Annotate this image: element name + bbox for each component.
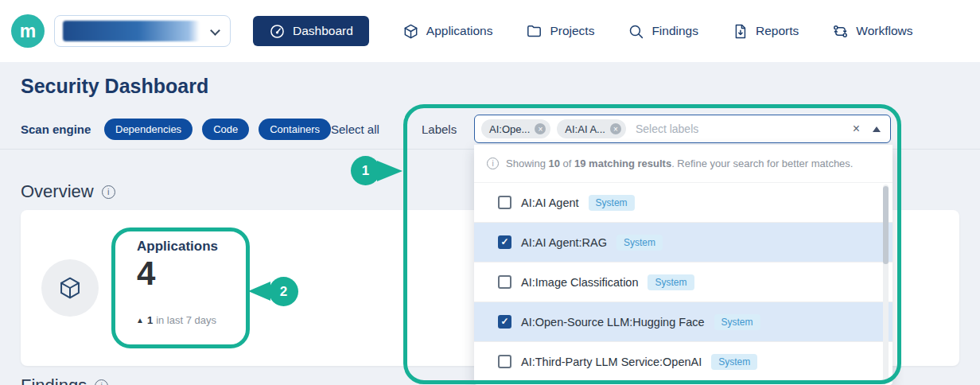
caret-up-icon[interactable]	[873, 126, 881, 132]
nav-item-dashboard[interactable]: Dashboard	[253, 16, 369, 46]
checkbox-checked[interactable]	[498, 315, 511, 329]
checkbox-unchecked[interactable]	[498, 196, 511, 209]
arrow-up-icon: ▲	[136, 316, 144, 325]
nav-item-projects[interactable]: Projects	[526, 23, 594, 40]
stat-value: 4	[137, 255, 155, 293]
label-chip-text: AI:AI A...	[565, 123, 605, 135]
stat-delta: ▲ 1 in last 7 days	[136, 314, 216, 326]
org-selector-dropdown[interactable]	[54, 15, 231, 47]
nav-label: Findings	[651, 24, 698, 38]
search-icon	[628, 23, 644, 40]
option-label: AI:Open-Source LLM:Hugging Face	[521, 316, 705, 329]
stat-title: Applications	[137, 239, 218, 255]
delta-value: 1	[147, 314, 153, 326]
nav-label: Workflows	[856, 24, 912, 38]
page-title: Security Dashboard	[21, 75, 208, 98]
report-document-icon	[732, 23, 749, 40]
pill-containers[interactable]: Containers	[259, 119, 331, 140]
findings-heading-text: Findings	[21, 375, 87, 385]
labels-dropdown-panel: Showing 10 of 19 matching results. Refin…	[474, 145, 892, 385]
nav-item-workflows[interactable]: Workflows	[832, 23, 912, 40]
nav-label: Dashboard	[293, 24, 353, 38]
pill-dependencies[interactable]: Dependencies	[104, 119, 192, 140]
scan-engine-pills: Dependencies Code Containers	[104, 119, 331, 140]
checkbox-unchecked[interactable]	[498, 355, 511, 368]
chevron-down-icon	[210, 25, 220, 36]
system-badge: System	[711, 354, 757, 370]
nav-label: Projects	[550, 24, 594, 38]
chip-remove-icon[interactable]: ×	[610, 123, 621, 134]
label-option[interactable]: AI:AI Agent:RAG System	[474, 223, 892, 262]
workflows-icon	[832, 23, 849, 40]
nav-label: Reports	[756, 24, 799, 38]
label-chip[interactable]: AI:AI A... ×	[557, 119, 626, 138]
delta-text: in last 7 days	[156, 314, 216, 326]
system-badge: System	[648, 274, 694, 290]
results-summary: Showing 10 of 19 matching results. Refin…	[474, 145, 892, 183]
select-all-link[interactable]: Select all	[331, 122, 379, 136]
label-option[interactable]: AI:Image Classification System	[474, 262, 892, 302]
label-option[interactable]: AI:Third-Party LLM Service:OpenAI System	[474, 342, 892, 382]
label-chip-text: AI:Ope...	[489, 123, 530, 135]
checkbox-checked[interactable]	[498, 235, 511, 249]
org-name-redacted	[63, 21, 200, 41]
checkbox-unchecked[interactable]	[498, 275, 511, 289]
label-option[interactable]: AI:AI Agent System	[474, 183, 892, 223]
nav-item-reports[interactable]: Reports	[732, 23, 799, 40]
top-nav: m Dashboard Applications Projects Findin…	[0, 0, 980, 62]
annotation-pointer-1	[377, 161, 402, 181]
brand-logo-icon[interactable]: m	[11, 14, 45, 48]
scan-engine-label: Scan engine	[21, 122, 91, 136]
system-badge: System	[589, 195, 635, 211]
info-icon[interactable]	[102, 185, 115, 199]
info-icon	[487, 158, 499, 169]
label-option[interactable]: AI:Open-Source LLM:Hugging Face System	[474, 302, 892, 342]
overview-heading-text: Overview	[21, 181, 94, 202]
system-badge: System	[616, 235, 663, 251]
main-nav: Dashboard Applications Projects Findings…	[253, 16, 912, 46]
annotation-callout-1: 1	[351, 156, 380, 185]
labels-label: Labels	[422, 122, 457, 136]
option-label: AI:AI Agent	[521, 196, 579, 209]
findings-heading: Findings	[21, 375, 108, 385]
pill-code[interactable]: Code	[202, 119, 249, 140]
system-badge: System	[714, 314, 760, 330]
results-summary-text: Showing 10 of 19 matching results. Refin…	[506, 158, 853, 169]
labels-multiselect[interactable]: AI:Ope... × AI:AI A... × Select labels ×	[474, 115, 891, 143]
option-label: AI:Image Classification	[521, 276, 638, 289]
cube-icon	[57, 275, 83, 301]
nav-item-applications[interactable]: Applications	[402, 23, 493, 40]
option-label: AI:AI Agent:RAG	[521, 236, 607, 249]
overview-heading: Overview	[21, 181, 115, 202]
chip-remove-icon[interactable]: ×	[535, 123, 546, 134]
dashboard-icon	[269, 23, 286, 40]
labels-placeholder: Select labels	[636, 122, 853, 135]
label-chip[interactable]: AI:Ope... ×	[481, 119, 550, 138]
option-label: AI:Third-Party LLM Service:OpenAI	[521, 356, 702, 368]
nav-item-findings[interactable]: Findings	[628, 23, 698, 40]
nav-label: Applications	[426, 24, 493, 38]
info-icon[interactable]	[95, 379, 108, 385]
scrollbar-thumb[interactable]	[883, 186, 889, 264]
clear-icon[interactable]: ×	[853, 122, 860, 136]
projects-icon	[526, 23, 542, 40]
applications-icon-circle	[41, 259, 99, 317]
applications-icon	[402, 23, 419, 40]
